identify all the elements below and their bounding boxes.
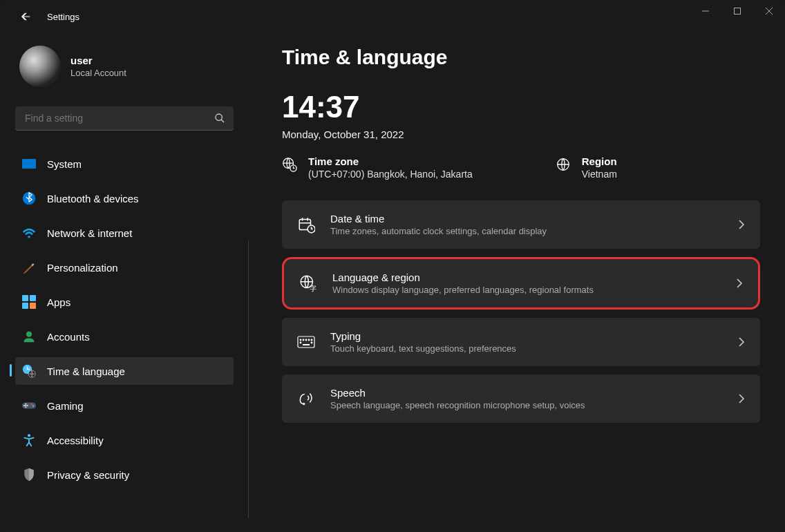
search-input[interactable] bbox=[23, 112, 214, 124]
sidebar-item-apps[interactable]: Apps bbox=[15, 288, 234, 316]
network-icon bbox=[22, 226, 36, 240]
svg-point-13 bbox=[26, 332, 32, 337]
sidebar-item-label: Bluetooth & devices bbox=[47, 193, 139, 205]
clock-display: 14:37 bbox=[282, 90, 760, 124]
svg-point-35 bbox=[305, 339, 307, 341]
card-title: Date & time bbox=[330, 213, 723, 225]
main-content: Time & language 14:37 Monday, October 31… bbox=[249, 33, 785, 532]
card-sub: Speech language, speech recognition micr… bbox=[330, 400, 723, 410]
card-datetime[interactable]: Date & timeTime zones, automatic clock s… bbox=[282, 200, 760, 249]
search-box[interactable] bbox=[15, 106, 234, 131]
maximize-button[interactable] bbox=[721, 0, 753, 22]
chevron-right-icon bbox=[738, 336, 745, 348]
privacy-icon bbox=[22, 468, 36, 482]
svg-point-41 bbox=[303, 403, 305, 405]
svg-rect-6 bbox=[22, 159, 36, 169]
sidebar-item-accounts[interactable]: Accounts bbox=[15, 323, 234, 350]
sidebar-item-accessibility[interactable]: Accessibility bbox=[15, 426, 234, 454]
svg-text:字: 字 bbox=[310, 285, 316, 292]
svg-rect-12 bbox=[30, 303, 36, 309]
sidebar-item-label: Gaming bbox=[47, 400, 84, 412]
sidebar-item-gaming[interactable]: Gaming bbox=[15, 392, 234, 419]
region-icon bbox=[556, 157, 571, 172]
speech-icon bbox=[297, 390, 315, 408]
profile-name: user bbox=[70, 55, 126, 66]
sidebar-item-label: Apps bbox=[47, 296, 70, 308]
svg-rect-11 bbox=[22, 303, 28, 309]
timezone-block[interactable]: Time zone (UTC+07:00) Bangkok, Hanoi, Ja… bbox=[282, 155, 473, 180]
card-language[interactable]: 字Language & regionWindows display langua… bbox=[282, 257, 760, 310]
sidebar-item-time[interactable]: Time & language bbox=[15, 357, 234, 385]
info-row: Time zone (UTC+07:00) Bangkok, Hanoi, Ja… bbox=[282, 155, 760, 180]
back-button[interactable] bbox=[11, 3, 39, 30]
svg-point-23 bbox=[32, 406, 34, 407]
chevron-right-icon bbox=[738, 393, 745, 404]
close-icon bbox=[765, 7, 773, 15]
maximize-icon bbox=[733, 7, 741, 15]
svg-rect-1 bbox=[735, 8, 741, 15]
region-label: Region bbox=[582, 155, 617, 167]
svg-point-22 bbox=[31, 403, 32, 405]
app-title: Settings bbox=[47, 12, 79, 22]
sidebar-item-system[interactable]: System bbox=[15, 150, 234, 178]
minimize-button[interactable] bbox=[690, 0, 721, 22]
svg-point-20 bbox=[27, 405, 28, 406]
apps-icon bbox=[22, 295, 36, 309]
card-typing[interactable]: TypingTouch keyboard, text suggestions, … bbox=[282, 318, 760, 366]
card-sub: Touch keyboard, text suggestions, prefer… bbox=[330, 343, 723, 354]
card-title: Speech bbox=[330, 387, 723, 399]
close-button[interactable] bbox=[753, 0, 785, 22]
card-title: Typing bbox=[330, 330, 723, 342]
sidebar-item-label: Network & internet bbox=[47, 227, 132, 239]
personalization-icon bbox=[22, 260, 36, 274]
search-icon bbox=[214, 113, 225, 124]
sidebar-item-bluetooth[interactable]: Bluetooth & devices bbox=[15, 184, 234, 212]
svg-point-18 bbox=[25, 403, 26, 405]
card-title: Language & region bbox=[332, 272, 721, 283]
sidebar-item-network[interactable]: Network & internet bbox=[15, 219, 234, 247]
sidebar-item-label: Time & language bbox=[47, 365, 125, 377]
language-icon: 字 bbox=[299, 274, 317, 292]
svg-rect-40 bbox=[303, 344, 310, 345]
date-display: Monday, October 31, 2022 bbox=[282, 129, 760, 140]
settings-window: Settings user Local Account SystemBlue bbox=[0, 0, 785, 532]
chevron-right-icon bbox=[738, 219, 745, 230]
sidebar: user Local Account SystemBluetooth & dev… bbox=[0, 33, 249, 532]
svg-line-5 bbox=[221, 120, 224, 122]
sidebar-item-label: Personalization bbox=[47, 262, 118, 274]
sidebar-divider bbox=[248, 240, 249, 518]
sidebar-item-label: System bbox=[47, 158, 82, 170]
titlebar: Settings bbox=[0, 0, 785, 33]
bluetooth-icon bbox=[22, 191, 36, 205]
region-value: Vietnam bbox=[582, 169, 617, 180]
svg-point-24 bbox=[28, 434, 30, 437]
svg-point-4 bbox=[216, 114, 222, 120]
avatar bbox=[19, 46, 61, 87]
time-icon bbox=[22, 364, 36, 378]
svg-point-34 bbox=[303, 339, 304, 341]
profile-sub: Local Account bbox=[70, 68, 126, 78]
timezone-value: (UTC+07:00) Bangkok, Hanoi, Jakarta bbox=[308, 169, 473, 180]
region-block[interactable]: Region Vietnam bbox=[556, 155, 617, 180]
system-icon bbox=[22, 157, 36, 171]
profile-block[interactable]: user Local Account bbox=[19, 46, 234, 87]
datetime-icon bbox=[297, 216, 315, 234]
svg-point-37 bbox=[311, 339, 312, 341]
timezone-icon bbox=[282, 157, 297, 172]
svg-point-21 bbox=[25, 406, 26, 408]
card-speech[interactable]: SpeechSpeech language, speech recognitio… bbox=[282, 374, 760, 423]
minimize-icon bbox=[701, 7, 710, 15]
sidebar-item-personalization[interactable]: Personalization bbox=[15, 254, 234, 281]
sidebar-item-label: Accessibility bbox=[47, 435, 104, 446]
svg-point-19 bbox=[23, 405, 25, 406]
sidebar-item-privacy[interactable]: Privacy & security bbox=[15, 461, 234, 488]
card-sub: Time zones, automatic clock settings, ca… bbox=[330, 226, 723, 236]
svg-rect-9 bbox=[22, 295, 28, 301]
page-title: Time & language bbox=[282, 46, 760, 69]
gaming-icon bbox=[22, 399, 36, 412]
sidebar-item-label: Accounts bbox=[47, 331, 90, 343]
svg-point-38 bbox=[300, 342, 301, 343]
chevron-right-icon bbox=[736, 278, 743, 289]
svg-rect-10 bbox=[30, 295, 36, 301]
accounts-icon bbox=[22, 330, 36, 343]
